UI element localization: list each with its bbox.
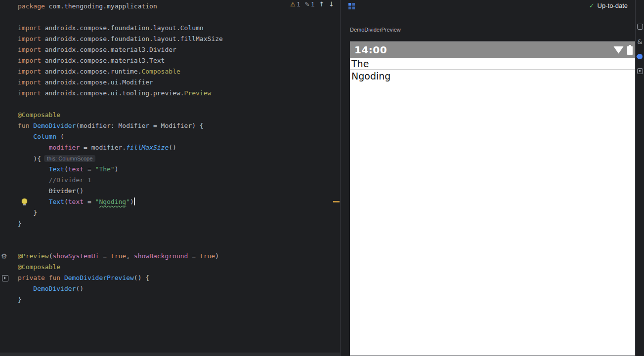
rendered-text-the: The bbox=[350, 58, 635, 70]
code-editor[interactable]: ⚠ 1 ✎ 1 ↑ ↓ package com.thengoding.myapp… bbox=[0, 0, 340, 356]
code-lines: package com.thengoding.myapplicationimpo… bbox=[0, 1, 340, 305]
code-line[interactable]: fun DemoDivider(modifier: Modifier = Mod… bbox=[0, 120, 340, 131]
code-line[interactable]: import androidx.compose.runtime.Composab… bbox=[0, 66, 340, 77]
code-line[interactable]: } bbox=[0, 207, 340, 218]
code-line[interactable]: import androidx.compose.foundation.layou… bbox=[0, 23, 340, 34]
code-line[interactable]: @Preview(showSystemUi = true, showBackgr… bbox=[0, 251, 340, 262]
code-line[interactable]: Divider() bbox=[0, 186, 340, 197]
text-caret bbox=[134, 198, 135, 205]
typo-count: 1 bbox=[311, 1, 315, 8]
intention-bulb-icon[interactable] bbox=[22, 198, 27, 204]
prev-problem-arrow-icon[interactable]: ↑ bbox=[319, 0, 324, 8]
build-status-label: Up-to-date bbox=[598, 2, 628, 9]
compose-preview-icon[interactable] bbox=[636, 53, 644, 61]
code-line[interactable]: Text(text = "The") bbox=[0, 164, 340, 175]
code-line[interactable]: @Composable bbox=[0, 110, 340, 120]
inlay-hint: this: ColumnScope bbox=[44, 155, 95, 162]
battery-icon bbox=[627, 45, 633, 55]
compose-preview-panel: ✓ Up-to-date DemoDividerPreview 14:00 Th… bbox=[340, 0, 635, 356]
code-line[interactable]: DemoDivider() bbox=[0, 283, 340, 294]
code-line[interactable]: Text(text = "Ngoding") bbox=[0, 197, 340, 207]
warnings-indicator[interactable]: ⚠ 1 bbox=[290, 1, 300, 8]
code-line[interactable]: import androidx.compose.ui.Modifier bbox=[0, 77, 340, 88]
warning-count: 1 bbox=[297, 1, 301, 8]
code-line[interactable] bbox=[0, 12, 340, 23]
code-line[interactable]: private fun DemoDividerPreview() { bbox=[0, 273, 340, 283]
code-line[interactable] bbox=[0, 229, 340, 240]
warning-icon: ⚠ bbox=[290, 1, 296, 8]
horizontal-scrollbar[interactable] bbox=[0, 353, 340, 356]
code-line[interactable]: import androidx.compose.material3.Divide… bbox=[0, 44, 340, 55]
code-line[interactable]: import androidx.compose.ui.tooling.previ… bbox=[0, 88, 340, 99]
emulator-icon[interactable] bbox=[637, 68, 643, 74]
code-line[interactable]: } bbox=[0, 218, 340, 229]
code-line[interactable]: //Divider 1 bbox=[0, 175, 340, 186]
next-problem-arrow-icon[interactable]: ↓ bbox=[329, 0, 334, 8]
typo-icon: ✎ bbox=[304, 1, 309, 8]
inspections-widget: ⚠ 1 ✎ 1 ↑ ↓ bbox=[290, 0, 334, 8]
code-line[interactable]: @Composable bbox=[0, 262, 340, 273]
code-line[interactable]: package com.thengoding.myapplication bbox=[0, 1, 340, 12]
code-line[interactable]: Column ( bbox=[0, 131, 340, 142]
device-preview-surface[interactable]: 14:00 The Ngoding bbox=[350, 41, 636, 356]
code-line[interactable] bbox=[0, 99, 340, 110]
rendered-text-ngoding: Ngoding bbox=[350, 70, 635, 82]
right-tool-stripe: & bbox=[635, 0, 644, 356]
code-line[interactable]: import androidx.compose.material3.Text bbox=[0, 55, 340, 66]
code-line[interactable]: } bbox=[0, 294, 340, 305]
status-icons bbox=[613, 45, 635, 55]
typos-indicator[interactable]: ✎ 1 bbox=[304, 1, 314, 8]
device-clock: 14:00 bbox=[350, 44, 387, 56]
code-line[interactable]: modifier = modifier.fillMaxSize() bbox=[0, 142, 340, 153]
device-manager-icon[interactable] bbox=[637, 24, 643, 30]
grid-view-icon[interactable] bbox=[348, 2, 355, 9]
device-status-bar: 14:00 bbox=[350, 41, 635, 58]
preview-name-label[interactable]: DemoDividerPreview bbox=[350, 27, 401, 33]
gear-icon[interactable] bbox=[1, 251, 10, 262]
code-line[interactable]: import androidx.compose.foundation.layou… bbox=[0, 34, 340, 44]
wifi-icon bbox=[613, 46, 624, 54]
check-icon: ✓ bbox=[589, 2, 595, 9]
code-line[interactable]: ){this: ColumnScope bbox=[0, 153, 340, 164]
code-line[interactable] bbox=[0, 240, 340, 251]
preview-toolbar: ✓ Up-to-date bbox=[341, 0, 635, 12]
run-preview-icon[interactable] bbox=[1, 273, 10, 283]
build-status[interactable]: ✓ Up-to-date bbox=[589, 2, 628, 9]
change-marker bbox=[333, 201, 340, 202]
gradle-icon[interactable]: & bbox=[637, 39, 642, 45]
